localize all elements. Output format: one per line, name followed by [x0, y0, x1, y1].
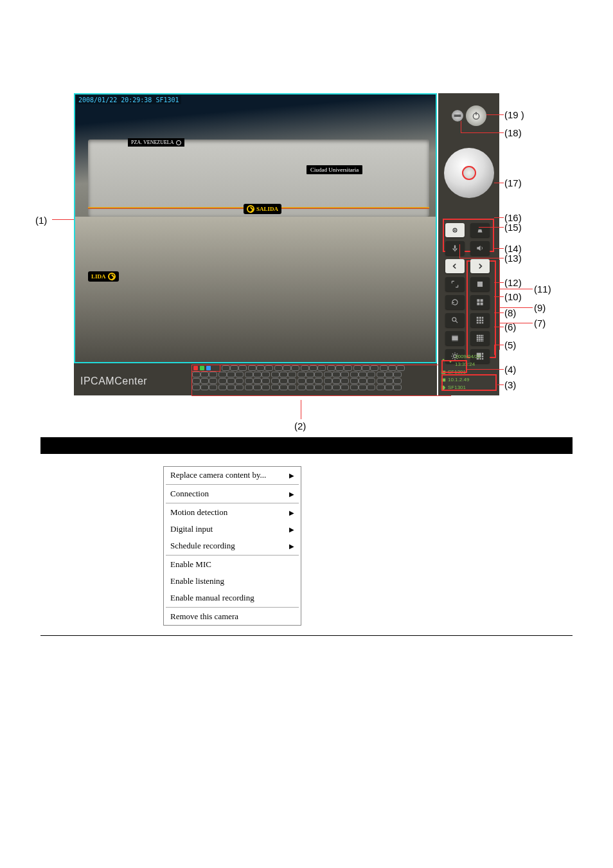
- channel-slot-grid[interactable]: [192, 365, 450, 395]
- menu-mic-label: Enable MIC: [170, 559, 211, 570]
- callout-7: (7): [534, 318, 546, 329]
- minimize-button[interactable]: [452, 110, 463, 122]
- leader-18: [461, 132, 504, 133]
- svg-rect-8: [477, 299, 479, 302]
- svg-rect-14: [479, 317, 481, 319]
- svg-rect-19: [477, 322, 479, 323]
- menu-remove-camera[interactable]: Remove this camera: [164, 608, 301, 625]
- svg-rect-9: [481, 299, 483, 302]
- layout-16-button[interactable]: [470, 331, 490, 345]
- mic-button[interactable]: [445, 241, 465, 255]
- chevron-right-icon: ▶: [289, 543, 294, 550]
- menu-enable-listening[interactable]: Enable listening: [164, 573, 301, 590]
- svg-rect-32: [483, 337, 484, 338]
- svg-point-12: [452, 318, 456, 321]
- leader-15: [479, 227, 504, 228]
- chevron-right-icon: ▶: [289, 509, 294, 516]
- svg-rect-29: [477, 337, 478, 338]
- svg-rect-5: [454, 245, 456, 249]
- svg-rect-20: [479, 322, 481, 323]
- next-button[interactable]: [470, 259, 490, 273]
- callout-8: (8): [504, 307, 516, 318]
- svg-rect-27: [481, 335, 482, 336]
- leader-9: [499, 307, 533, 308]
- svg-rect-2: [475, 112, 476, 115]
- salida-sign: SALIDA: [244, 204, 281, 214]
- salida-label: SALIDA: [256, 206, 278, 212]
- callout-9: (9): [534, 302, 546, 313]
- callout-5: (5): [504, 339, 516, 350]
- leader-17: [494, 183, 504, 183]
- callout-2: (2): [294, 420, 306, 431]
- menu-remove-label: Remove this camera: [170, 611, 238, 622]
- snapshot-button[interactable]: [445, 223, 465, 237]
- leader-5: [494, 345, 504, 345]
- chevron-left-icon: [450, 262, 459, 271]
- menu-replace-camera[interactable]: Replace camera content by... ▶: [164, 467, 301, 484]
- callout-18: (18): [504, 127, 522, 138]
- svg-rect-13: [477, 317, 479, 319]
- prev-button[interactable]: [445, 259, 465, 273]
- svg-rect-35: [481, 339, 482, 340]
- svg-rect-7: [477, 282, 483, 287]
- leader-10: [494, 296, 504, 297]
- leader-11v: [499, 260, 500, 350]
- leader-18v: [461, 121, 461, 132]
- leader-3: [497, 384, 504, 385]
- svg-rect-38: [479, 341, 480, 342]
- callout-box-4: [441, 360, 467, 373]
- menu-enable-manual-rec[interactable]: Enable manual recording: [164, 590, 301, 606]
- svg-rect-25: [477, 335, 478, 336]
- svg-rect-16: [477, 320, 479, 321]
- leader-2: [301, 400, 301, 419]
- leader-4: [467, 369, 504, 370]
- platform-illustration: [75, 217, 436, 362]
- playback-button[interactable]: [445, 331, 465, 345]
- layout-1-button[interactable]: [470, 277, 490, 291]
- search-button[interactable]: [445, 313, 465, 327]
- refresh-button[interactable]: [445, 295, 465, 309]
- figure-ui-screenshot: (1) 2008/01/22 20:29:38 SF1301 Ciudad Un…: [35, 90, 543, 399]
- fullscreen-button[interactable]: [445, 277, 465, 291]
- svg-rect-10: [477, 303, 479, 305]
- menu-separator: [166, 484, 299, 485]
- svg-rect-34: [479, 339, 480, 340]
- svg-rect-22: [452, 336, 458, 341]
- svg-rect-39: [481, 341, 482, 342]
- control-side-panel: 2009/04/22 13:33:24 SF1301 10.1.2.49 SF1…: [438, 93, 499, 395]
- layout-4-button[interactable]: [470, 295, 490, 309]
- svg-rect-26: [479, 335, 480, 336]
- live-video-window[interactable]: 2008/01/22 20:29:38 SF1301 Ciudad Univer…: [74, 93, 437, 363]
- leader-13v: [459, 244, 460, 258]
- speaker-icon: [475, 244, 484, 253]
- grid-3x3-icon: [475, 316, 484, 325]
- layout-9-button[interactable]: [470, 313, 490, 327]
- speaker-button[interactable]: [470, 241, 490, 255]
- svg-rect-6: [454, 250, 455, 251]
- svg-point-4: [454, 230, 456, 231]
- menu-motion[interactable]: Motion detection ▶: [164, 504, 301, 521]
- menu-separator: [166, 503, 299, 503]
- menu-enable-mic[interactable]: Enable MIC: [164, 556, 301, 573]
- svg-rect-30: [479, 337, 480, 338]
- alarm-button[interactable]: [470, 223, 490, 237]
- svg-rect-15: [482, 317, 483, 319]
- leader-14: [494, 248, 504, 249]
- callout-11: (11): [534, 284, 551, 294]
- context-menu: Replace camera content by... ▶ Connectio…: [163, 466, 301, 626]
- svg-rect-17: [479, 320, 481, 321]
- salida-sign-2: LIDA: [88, 271, 119, 282]
- ptz-dial[interactable]: [444, 148, 494, 198]
- power-icon: [471, 111, 481, 121]
- menu-digital-input[interactable]: Digital input ▶: [164, 521, 301, 538]
- menu-connection[interactable]: Connection ▶: [164, 485, 301, 502]
- menu-digital-label: Digital input: [170, 524, 213, 534]
- svg-rect-24: [452, 341, 458, 341]
- leader-5v: [494, 345, 495, 355]
- power-button[interactable]: [466, 105, 486, 126]
- leader-8: [494, 312, 504, 313]
- control-icon-grid: [444, 222, 492, 365]
- circle-icon: [176, 140, 181, 145]
- callout-1: (1): [35, 215, 47, 226]
- menu-schedule[interactable]: Schedule recording ▶: [164, 538, 301, 554]
